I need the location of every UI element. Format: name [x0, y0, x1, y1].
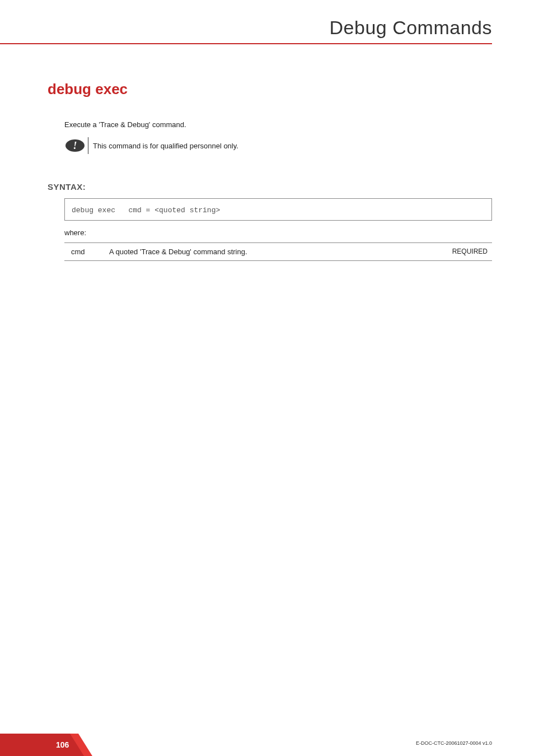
page-number: 106 — [56, 740, 69, 749]
syntax-box: debug exec cmd = <quoted string> — [64, 198, 492, 221]
content-area: debug exec Execute a 'Trace & Debug' com… — [0, 50, 534, 261]
document-reference: E-DOC-CTC-20061027-0004 v1.0 — [416, 740, 492, 746]
alert-icon: ! — [64, 138, 86, 153]
section-title: debug exec — [48, 81, 492, 98]
footer-tab-shape — [0, 734, 92, 756]
param-requirement: REQUIRED — [430, 248, 492, 256]
syntax-code: debug exec cmd = <quoted string> — [72, 206, 220, 214]
where-label: where: — [64, 228, 492, 237]
note-block: ! This command is for qualified personne… — [64, 137, 492, 154]
svg-marker-3 — [0, 734, 84, 756]
chapter-title: Debug Commands — [0, 17, 492, 39]
note-divider — [88, 137, 88, 154]
svg-text:!: ! — [73, 140, 77, 151]
page-header: Debug Commands — [0, 0, 534, 50]
page-footer: 106 E-DOC-CTC-20061027-0004 v1.0 — [0, 722, 534, 756]
intro-text: Execute a 'Trace & Debug' command. — [64, 120, 492, 129]
table-row: cmd A quoted 'Trace & Debug' command str… — [64, 242, 492, 261]
param-name: cmd — [64, 248, 109, 256]
syntax-heading: SYNTAX: — [48, 182, 492, 192]
param-description: A quoted 'Trace & Debug' command string. — [109, 248, 430, 256]
header-rule — [0, 43, 492, 44]
note-text: This command is for qualified personnel … — [93, 142, 238, 150]
param-table: cmd A quoted 'Trace & Debug' command str… — [64, 242, 492, 261]
